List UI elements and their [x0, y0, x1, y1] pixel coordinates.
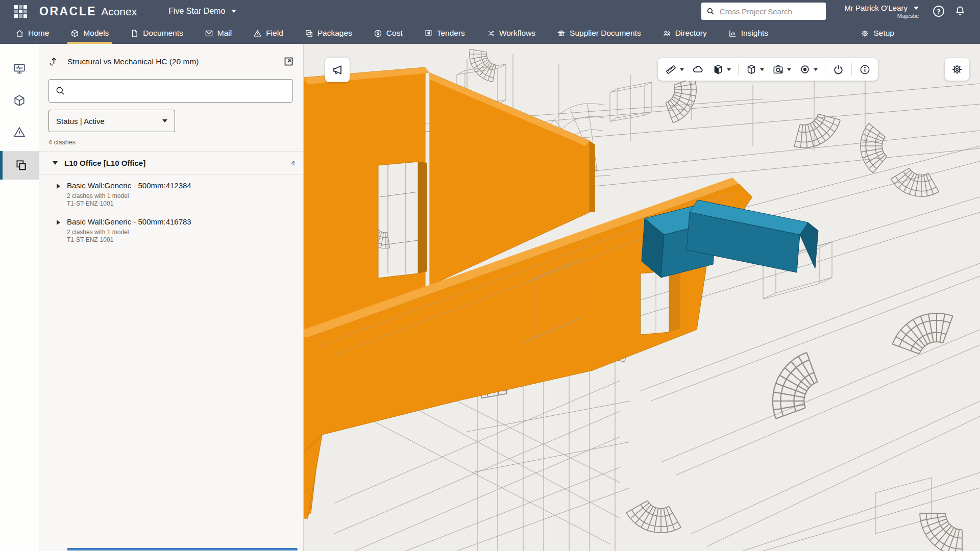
app-switcher-grid-icon[interactable] — [14, 5, 27, 18]
model-viewport[interactable] — [304, 44, 980, 551]
chevron-down-icon — [814, 68, 818, 71]
nav-item-setup[interactable]: Setup — [861, 22, 894, 44]
nav-item-mail[interactable]: Mail — [205, 22, 232, 44]
nav-item-field[interactable]: Field — [253, 22, 283, 44]
nav-item-models[interactable]: Models — [70, 22, 109, 44]
parapet-column — [669, 266, 680, 332]
help-button[interactable]: ? — [932, 5, 945, 18]
app-screen: ORACLE Aconex Five Star Demo Mr Patrick … — [0, 0, 980, 551]
external-link-icon — [283, 56, 294, 67]
nav-item-documents[interactable]: Documents — [130, 22, 183, 44]
nav-tabs-row: Home Models Documents Mail Field Package… — [0, 22, 980, 44]
collapse-caret-icon[interactable] — [53, 161, 58, 165]
rail-item-issues[interactable] — [0, 116, 39, 148]
arrow-up-from-corner-icon — [48, 56, 59, 67]
reset-view-button[interactable] — [828, 58, 848, 81]
expand-caret-icon[interactable] — [57, 184, 60, 189]
user-menu[interactable]: Mr Patrick O'Leary Majestic — [844, 4, 919, 19]
clashset-title: Structural vs Mechanical HC (20 mm) — [67, 57, 283, 66]
nav-item-home[interactable]: Home — [15, 22, 49, 44]
module-rail — [0, 44, 39, 551]
nav-primary-row: ORACLE Aconex Five Star Demo Mr Patrick … — [0, 0, 980, 22]
clash-panel: Structural vs Mechanical HC (20 mm) Stat… — [39, 44, 304, 551]
clash-search-input[interactable] — [70, 86, 286, 96]
focus-target-icon — [799, 64, 811, 75]
horizontal-scrollbar[interactable] — [67, 548, 298, 550]
rail-item-clash-detection[interactable] — [0, 151, 39, 180]
status-filter-dropdown[interactable]: Status | Active — [48, 110, 175, 132]
nav-item-workflows[interactable]: Workflows — [486, 22, 535, 44]
cube-icon — [13, 94, 26, 107]
visibility-button[interactable] — [795, 58, 822, 81]
ruler-icon — [665, 64, 677, 76]
cross-project-search-input[interactable] — [719, 7, 821, 16]
clash-group-row[interactable]: L10 Office [L10 Office] 4 — [39, 152, 303, 174]
search-icon — [706, 7, 715, 16]
notifications-button[interactable] — [953, 5, 967, 18]
cube-outline-icon — [746, 64, 757, 75]
viewer-settings-button[interactable] — [945, 58, 969, 81]
brand-aconex: Aconex — [101, 6, 137, 18]
nav-item-cost[interactable]: $ Cost — [374, 22, 403, 44]
expand-caret-icon[interactable] — [57, 220, 60, 225]
clash-item-title: Basic Wall:Generic - 500mm:412384 — [67, 181, 191, 190]
measure-tool-button[interactable] — [661, 58, 688, 81]
chevron-down-icon — [231, 10, 236, 13]
cloud-icon — [692, 63, 704, 76]
model-viewer[interactable] — [304, 44, 980, 551]
chevron-down-icon — [162, 119, 167, 122]
help-icon: ? — [932, 5, 945, 18]
window-jamb — [418, 162, 427, 273]
warning-triangle-icon — [13, 126, 26, 139]
overlapping-squares-icon — [14, 159, 28, 172]
info-button[interactable] — [855, 58, 875, 81]
snapshot-button[interactable] — [768, 58, 795, 81]
nav-item-insights[interactable]: Insights — [728, 22, 768, 44]
brand-oracle: ORACLE — [39, 5, 96, 18]
building-icon — [557, 29, 566, 38]
section-box-icon — [713, 64, 724, 75]
brand-logo: ORACLE Aconex — [39, 5, 137, 18]
power-reset-icon — [832, 64, 844, 76]
nav-item-supplier-documents[interactable]: Supplier Documents — [557, 22, 641, 44]
project-selector-label: Five Star Demo — [168, 7, 225, 16]
svg-text:?: ? — [937, 8, 941, 15]
cube-icon — [70, 29, 79, 38]
rail-item-activity[interactable] — [0, 53, 39, 85]
chevron-down-icon — [727, 68, 731, 71]
announcement-button[interactable] — [325, 58, 350, 82]
clash-search-box[interactable] — [48, 79, 293, 103]
nav-item-directory[interactable]: Directory — [663, 22, 707, 44]
clash-group-name: L10 Office [L10 Office] — [64, 159, 291, 167]
markup-cloud-button[interactable] — [688, 58, 708, 81]
clash-group-count: 4 — [291, 159, 295, 167]
views-cube-button[interactable] — [742, 58, 768, 81]
status-filter-label: Status | Active — [56, 117, 105, 126]
camera-icon — [772, 64, 784, 76]
project-selector[interactable]: Five Star Demo — [168, 7, 236, 16]
bell-icon — [954, 5, 966, 17]
viewer-toolbar — [658, 58, 878, 81]
open-in-new-button[interactable] — [283, 56, 294, 67]
divider — [738, 63, 739, 76]
document-icon — [130, 29, 139, 38]
nav-item-packages[interactable]: Packages — [305, 22, 352, 44]
gear-icon — [861, 29, 869, 38]
nav-item-tenders[interactable]: Tenders — [424, 22, 465, 44]
monitor-activity-icon — [13, 62, 26, 76]
warning-triangle-icon — [253, 29, 262, 38]
bar-chart-icon — [728, 29, 737, 38]
back-up-level-button[interactable] — [48, 56, 59, 67]
cross-project-search[interactable] — [701, 3, 826, 20]
people-icon — [663, 29, 671, 38]
clash-item-sub: 2 clashes with 1 modelT1-ST-ENZ-1001 — [67, 192, 191, 208]
clash-item-title: Basic Wall:Generic - 500mm:416783 — [67, 217, 191, 226]
svg-text:$: $ — [377, 31, 380, 36]
clash-item-row[interactable]: Basic Wall:Generic - 500mm:416783 2 clas… — [39, 211, 303, 247]
rail-item-models[interactable] — [0, 85, 39, 116]
packages-icon — [305, 29, 313, 38]
section-box-button[interactable] — [708, 58, 735, 81]
clash-item-row[interactable]: Basic Wall:Generic - 500mm:412384 2 clas… — [39, 174, 303, 211]
home-icon — [15, 29, 24, 38]
dollar-circle-icon: $ — [374, 29, 382, 38]
